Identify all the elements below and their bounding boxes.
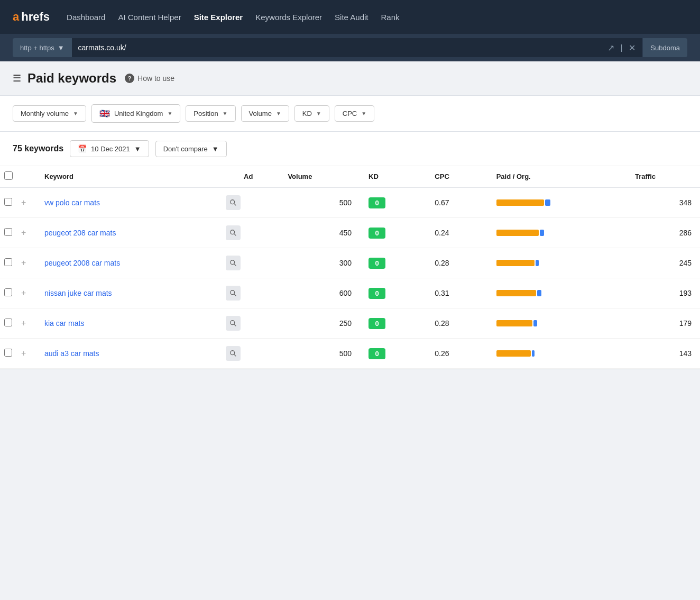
th-volume[interactable]: Volume (279, 166, 360, 187)
ad-cell-0[interactable] (217, 187, 279, 218)
ad-icon-2[interactable] (226, 256, 241, 270)
row-checkbox-0[interactable] (4, 198, 12, 206)
nav-site-explorer[interactable]: Site Explorer (194, 13, 243, 22)
subdomain-button[interactable]: Subdoma (643, 38, 687, 57)
keyword-cell-3: nissan juke car mats (36, 278, 217, 308)
hamburger-menu[interactable]: ☰ (13, 72, 21, 84)
paid-org-bar-5 (496, 350, 618, 357)
monthly-volume-filter[interactable]: Monthly volume ▼ (13, 105, 86, 122)
cpc-value-5: 0.26 (435, 349, 449, 358)
th-cpc[interactable]: CPC (426, 166, 487, 187)
kd-filter[interactable]: KD ▼ (294, 105, 329, 122)
nav-rank[interactable]: Rank (381, 13, 400, 22)
paid-bar-yellow-2 (496, 260, 535, 266)
how-to-use-link[interactable]: ? How to use (125, 74, 174, 83)
position-filter[interactable]: Position ▼ (186, 105, 235, 122)
cpc-cell-0: 0.67 (426, 187, 487, 218)
cpc-label: CPC (343, 110, 357, 117)
country-label: United Kingdom (114, 110, 163, 117)
logo[interactable]: ahrefs (13, 10, 50, 24)
paid-org-bar-1 (496, 229, 618, 237)
calendar-icon: 📅 (78, 144, 87, 153)
nav-ai-content[interactable]: AI Content Helper (118, 13, 181, 22)
row-checkbox-3[interactable] (4, 288, 12, 296)
cpc-filter[interactable]: CPC ▼ (335, 105, 374, 122)
ad-cell-3[interactable] (217, 278, 279, 308)
row-plus-0[interactable]: + (19, 187, 36, 218)
volume-filter[interactable]: Volume ▼ (241, 105, 289, 122)
traffic-cell-5: 143 (627, 339, 700, 369)
search-icon-2 (229, 259, 237, 267)
keyword-link-2[interactable]: peugeot 2008 car mats (44, 259, 120, 267)
th-paid-org[interactable]: Paid / Org. (488, 166, 627, 187)
keyword-link-1[interactable]: peugeot 208 car mats (44, 229, 116, 237)
keyword-link-0[interactable]: vw polo car mats (44, 198, 100, 207)
nav-dashboard[interactable]: Dashboard (67, 13, 105, 22)
search-icon-3 (229, 289, 237, 297)
row-checkbox-cell-5[interactable] (0, 339, 19, 369)
row-checkbox-2[interactable] (4, 258, 12, 266)
ad-cell-2[interactable] (217, 248, 279, 278)
cpc-value-1: 0.24 (435, 229, 449, 237)
date-picker-button[interactable]: 📅 10 Dec 2021 ▼ (70, 140, 149, 157)
row-checkbox-cell-1[interactable] (0, 218, 19, 248)
kd-badge-5: 0 (369, 348, 385, 359)
position-label: Position (194, 110, 218, 117)
how-to-use-label: How to use (137, 74, 174, 83)
row-plus-1[interactable]: + (19, 218, 36, 248)
date-chevron: ▼ (134, 145, 141, 153)
country-filter[interactable]: 🇬🇧 United Kingdom ▼ (91, 104, 180, 123)
page-header: ☰ Paid keywords ? How to use (0, 61, 700, 96)
row-plus-2[interactable]: + (19, 248, 36, 278)
row-plus-5[interactable]: + (19, 339, 36, 369)
th-select-all[interactable] (0, 166, 19, 187)
ad-icon-4[interactable] (226, 316, 241, 331)
svg-point-0 (231, 200, 235, 204)
compare-button[interactable]: Don't compare ▼ (155, 141, 227, 157)
keyword-link-3[interactable]: nissan juke car mats (44, 289, 112, 297)
ad-cell-5[interactable] (217, 339, 279, 369)
ad-cell-1[interactable] (217, 218, 279, 248)
th-traffic[interactable]: Traffic (627, 166, 700, 187)
url-actions: ↗ | ✕ (607, 38, 642, 57)
th-ad[interactable]: Ad (217, 166, 279, 187)
table-area: 75 keywords 📅 10 Dec 2021 ▼ Don't compar… (0, 132, 700, 369)
paid-org-cell-4 (488, 308, 627, 339)
date-label: 10 Dec 2021 (91, 145, 130, 153)
row-plus-4[interactable]: + (19, 308, 36, 339)
row-checkbox-1[interactable] (4, 228, 12, 236)
row-checkbox-cell-2[interactable] (0, 248, 19, 278)
protocol-chevron: ▼ (58, 44, 65, 52)
row-checkbox-5[interactable] (4, 349, 12, 357)
th-kd[interactable]: KD (360, 166, 426, 187)
ad-icon-1[interactable] (226, 225, 241, 240)
keyword-cell-1: peugeot 208 car mats (36, 218, 217, 248)
row-checkbox-cell-3[interactable] (0, 278, 19, 308)
paid-org-bar-2 (496, 259, 618, 267)
ad-cell-4[interactable] (217, 308, 279, 339)
close-icon[interactable]: ✕ (629, 43, 635, 53)
paid-org-cell-2 (488, 248, 627, 278)
row-plus-3[interactable]: + (19, 278, 36, 308)
nav-site-audit[interactable]: Site Audit (335, 13, 368, 22)
protocol-dropdown[interactable]: http + https ▼ (13, 38, 72, 57)
ad-icon-0[interactable] (226, 195, 241, 210)
row-checkbox-cell-4[interactable] (0, 308, 19, 339)
row-checkbox-cell-0[interactable] (0, 187, 19, 218)
keyword-link-4[interactable]: kia car mats (44, 319, 84, 328)
th-keyword[interactable]: Keyword (36, 166, 217, 187)
ad-icon-5[interactable] (226, 346, 241, 361)
url-display[interactable]: carmats.co.uk/ (78, 43, 601, 52)
select-all-checkbox[interactable] (4, 171, 13, 180)
nav-keywords-explorer[interactable]: Keywords Explorer (255, 13, 322, 22)
external-link-icon[interactable]: ↗ (607, 43, 614, 53)
keyword-link-5[interactable]: audi a3 car mats (44, 349, 99, 358)
paid-bar-yellow-1 (496, 230, 539, 236)
row-checkbox-4[interactable] (4, 319, 12, 326)
ad-icon-3[interactable] (226, 286, 241, 301)
paid-org-cell-5 (488, 339, 627, 369)
svg-line-3 (234, 234, 236, 236)
table-row: + peugeot 208 car mats 450 0 0.24 286 (0, 218, 700, 248)
traffic-value-5: 143 (679, 349, 692, 358)
traffic-value-3: 193 (679, 289, 692, 297)
